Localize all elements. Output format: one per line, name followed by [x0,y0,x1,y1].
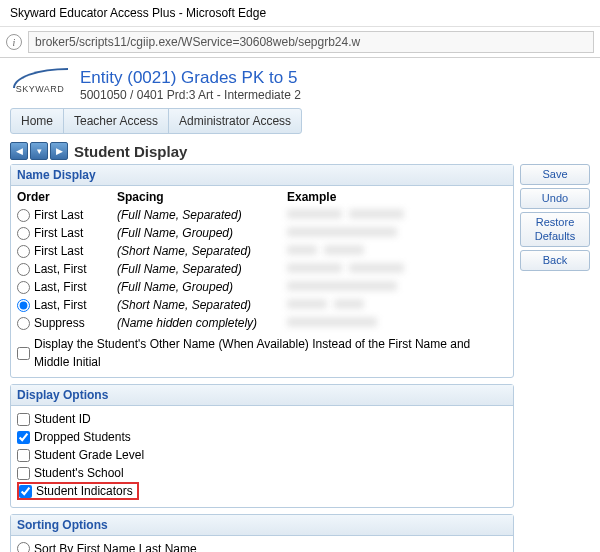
radio-last-first-grp[interactable] [17,281,30,294]
url-box[interactable]: broker5/scripts11/cgiip.exe/WService=306… [28,31,594,53]
label-other-name: Display the Student's Other Name (When A… [34,335,507,371]
label-sort-first-last: Sort By First Name Last Name [34,540,197,553]
tab-teacher-access[interactable]: Teacher Access [64,109,169,133]
save-button[interactable]: Save [520,164,590,185]
label-spacing: (Full Name, Grouped) [117,278,287,296]
highlight-student-indicators: Student Indicators [17,482,139,500]
skyward-logo: SKYWARD [10,68,70,94]
window-title: Skyward Educator Access Plus - Microsoft… [0,0,600,27]
back-button[interactable]: Back [520,250,590,271]
entity-title: Entity (0021) Grades PK to 5 [80,68,301,88]
radio-last-first-sep[interactable] [17,263,30,276]
checkbox-student-id[interactable] [17,413,30,426]
panel-display-options: Display Options Student ID Dropped Stude… [10,384,514,508]
checkbox-student-indicators[interactable] [19,485,32,498]
label-order: Last, First [34,262,87,276]
panel-name-display: Name Display Order Spacing Example First… [10,164,514,378]
radio-first-last-sep[interactable] [17,209,30,222]
label-order: First Last [34,244,83,258]
checkbox-student-school[interactable] [17,467,30,480]
address-bar: i broker5/scripts11/cgiip.exe/WService=3… [0,27,600,58]
nav-next-button[interactable]: ▶ [50,142,68,160]
label-order: Last, First [34,298,87,312]
label-order: First Last [34,226,83,240]
label-dropped-students: Dropped Students [34,428,131,446]
col-header-spacing: Spacing [117,190,287,204]
panel-sorting-options: Sorting Options Sort By First Name Last … [10,514,514,553]
radio-first-last-grp[interactable] [17,227,30,240]
panel-header-name-display: Name Display [11,165,513,186]
label-spacing: (Short Name, Separated) [117,242,287,260]
undo-button[interactable]: Undo [520,188,590,209]
panel-header-display-options: Display Options [11,385,513,406]
col-header-order: Order [17,190,117,204]
label-order: Last, First [34,280,87,294]
restore-defaults-button[interactable]: Restore Defaults [520,212,590,246]
label-order: Suppress [34,316,85,330]
label-grade-level: Student Grade Level [34,446,144,464]
label-spacing: (Full Name, Separated) [117,206,287,224]
label-spacing: (Short Name, Separated) [117,296,287,314]
col-header-example: Example [287,190,507,204]
checkbox-grade-level[interactable] [17,449,30,462]
tab-administrator-access[interactable]: Administrator Access [169,109,301,133]
checkbox-other-name[interactable] [17,347,30,360]
radio-sort-first-last[interactable] [17,542,30,552]
radio-suppress[interactable] [17,317,30,330]
label-student-school: Student's School [34,464,124,482]
page-title: Student Display [74,143,187,160]
entity-subtitle: 5001050 / 0401 Prd:3 Art - Intermediate … [80,88,301,102]
radio-first-last-short[interactable] [17,245,30,258]
label-student-id: Student ID [34,410,91,428]
radio-last-first-short[interactable] [17,299,30,312]
label-student-indicators: Student Indicators [36,484,133,498]
label-spacing: (Full Name, Grouped) [117,224,287,242]
checkbox-dropped-students[interactable] [17,431,30,444]
nav-prev-button[interactable]: ◀ [10,142,28,160]
nav-dropdown-button[interactable]: ▾ [30,142,48,160]
label-spacing: (Name hidden completely) [117,314,287,332]
nav-arrows: ◀ ▾ ▶ [10,142,68,160]
nav-tabs: Home Teacher Access Administrator Access [10,108,302,134]
info-icon: i [6,34,22,50]
label-order: First Last [34,208,83,222]
label-spacing: (Full Name, Separated) [117,260,287,278]
panel-header-sorting-options: Sorting Options [11,515,513,536]
tab-home[interactable]: Home [11,109,64,133]
